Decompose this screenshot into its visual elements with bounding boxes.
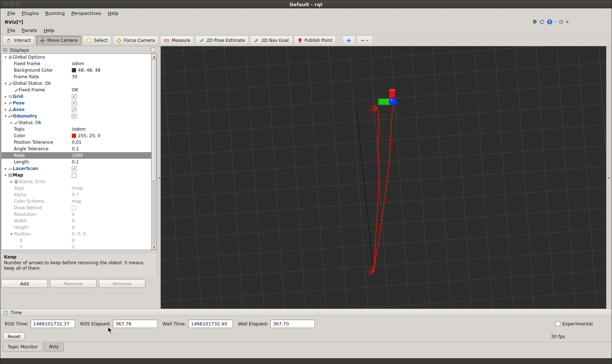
checkbox-checked[interactable]: ✓ xyxy=(72,114,76,119)
tree-row-topic[interactable]: Topic/odom xyxy=(1,126,151,132)
tree-row-laserscan[interactable]: ▸LaserScan✓ xyxy=(1,165,151,172)
tool-move-camera[interactable]: Move Camera xyxy=(36,36,81,45)
panel-float-button[interactable] xyxy=(151,48,156,52)
property-value-text[interactable]: 0; 0; 0 xyxy=(72,232,86,237)
render-view[interactable] xyxy=(161,46,606,309)
menu-panels[interactable]: Panels xyxy=(19,27,40,34)
reload-icon[interactable] xyxy=(539,19,545,25)
tab-rviz[interactable]: RViz xyxy=(44,342,64,352)
property-value-text[interactable]: 0 xyxy=(72,238,75,243)
window-titlebar[interactable]: Default - rqt xyxy=(0,0,612,8)
expand-icon[interactable]: ▸ xyxy=(9,121,14,124)
tree-row-alpha[interactable]: Alpha0,7 xyxy=(1,191,151,198)
tool-2d-nav-goal[interactable]: 2D Nav Goal xyxy=(250,36,292,45)
property-value-text[interactable]: map xyxy=(72,199,82,204)
dock-close-icon[interactable]: × xyxy=(565,19,569,24)
menu-running[interactable]: Running xyxy=(42,9,68,17)
tree-row-y[interactable]: Y0 xyxy=(1,244,151,250)
tree-row-fixed-frame[interactable]: Fixed Frameodom xyxy=(1,60,151,67)
tree-row-global-options[interactable]: ▾Global Options xyxy=(1,54,151,60)
displays-scrollbar[interactable]: ▲ ▼ xyxy=(151,54,157,250)
property-value-text[interactable]: 255; 25; 0 xyxy=(78,133,101,138)
tool-plus[interactable] xyxy=(342,36,355,45)
property-value-text[interactable]: 0,1 xyxy=(72,146,79,151)
property-value-text[interactable]: 30 xyxy=(72,74,77,79)
property-value-text[interactable]: /map xyxy=(72,186,83,191)
property-value-text[interactable]: 0 xyxy=(72,212,75,217)
tree-row-x[interactable]: X0 xyxy=(1,237,151,244)
tree-row-position[interactable]: ▾Position0; 0; 0 xyxy=(1,231,151,237)
time-panel-header[interactable]: Time xyxy=(0,309,612,316)
checkbox-checked[interactable]: ✓ xyxy=(72,166,76,171)
collapse-icon[interactable]: ▾ xyxy=(3,173,8,177)
tree-row-status-ok[interactable]: ▸Status: Ok xyxy=(1,119,151,126)
tree-row-grid[interactable]: ▸Grid✓ xyxy=(1,93,151,100)
expand-icon[interactable]: ▸ xyxy=(9,180,14,183)
menu-perspectives[interactable]: Perspectives xyxy=(68,9,105,17)
expand-icon[interactable]: ▸ xyxy=(3,108,8,111)
tree-row-draw-behind[interactable]: Draw Behind xyxy=(1,205,151,211)
tree-row-height[interactable]: Height0 xyxy=(1,224,151,231)
menu-help[interactable]: Help xyxy=(105,9,122,17)
menu-plugins[interactable]: Plugins xyxy=(19,9,42,17)
tree-row-topic[interactable]: Topic/map xyxy=(1,185,151,191)
tree-row-position-tolerance[interactable]: Position Tolerance0,01 xyxy=(1,139,151,146)
time-field-value[interactable]: 1466101732.37 xyxy=(31,320,75,328)
menu-file[interactable]: File xyxy=(4,27,19,34)
checkbox-unchecked[interactable] xyxy=(72,206,76,210)
time-field-value[interactable]: 1466101732.40 xyxy=(188,320,233,328)
tree-row-fixed-frame[interactable]: Fixed FrameOK xyxy=(1,87,151,93)
time-field-value[interactable]: 367.76 xyxy=(113,320,157,328)
tree-row-resolution[interactable]: Resolution0 xyxy=(1,211,151,218)
property-value-text[interactable]: OK xyxy=(72,87,78,92)
tree-row-global-status-ok[interactable]: ▾Global Status: Ok xyxy=(1,80,151,87)
experimental-checkbox[interactable] xyxy=(556,321,560,326)
property-value-text[interactable]: 0 xyxy=(72,225,75,230)
tree-row-map[interactable]: ▾Map xyxy=(1,172,151,178)
collapse-icon[interactable]: ▾ xyxy=(3,82,8,85)
tool-minus-drop[interactable] xyxy=(357,36,373,45)
tree-row-status-error[interactable]: ▸Status: Error xyxy=(1,178,151,185)
scroll-up-icon[interactable]: ▲ xyxy=(152,54,157,59)
collapse-icon[interactable]: ▾ xyxy=(3,114,8,118)
property-value-text[interactable]: odom xyxy=(72,61,84,66)
tree-row-frame-rate[interactable]: Frame Rate30 xyxy=(1,74,151,80)
checkbox-checked[interactable]: ✓ xyxy=(72,101,76,106)
plugin-debug-button[interactable]: D xyxy=(533,19,537,24)
tool-2d-pose-estimate[interactable]: 2D Pose Estimate xyxy=(195,36,248,45)
displays-panel-header[interactable]: Displays xyxy=(1,46,157,54)
tree-row-length[interactable]: Length0,1 xyxy=(1,159,151,165)
help-icon[interactable]: ? xyxy=(547,19,552,24)
tree-row-axes[interactable]: ▸Axes✓ xyxy=(1,106,151,113)
dock-float-icon[interactable] xyxy=(560,20,563,23)
scrollbar-track[interactable] xyxy=(152,59,157,244)
tree-row-color[interactable]: Color255; 25; 0 xyxy=(1,132,151,139)
tree-row-width[interactable]: Width0 xyxy=(1,218,151,224)
menu-help[interactable]: Help xyxy=(40,27,58,34)
property-value-text[interactable]: 0 xyxy=(72,218,75,223)
add-button[interactable]: Add xyxy=(1,280,48,288)
rviz-plugin-titlebar[interactable]: RViz[*] D ? – × xyxy=(0,18,612,26)
tree-row-background-color[interactable]: Background Color48; 48; 48 xyxy=(1,67,151,74)
scrollbar-thumb[interactable] xyxy=(152,59,157,181)
window-minimize-button[interactable] xyxy=(10,2,14,6)
tree-row-keep[interactable]: Keep1000 xyxy=(1,152,151,159)
property-value-text[interactable]: /odom xyxy=(72,127,86,132)
scroll-down-icon[interactable]: ▼ xyxy=(152,244,157,250)
window-maximize-button[interactable] xyxy=(16,2,20,6)
tab-topic-monitor[interactable]: Topic Monitor xyxy=(3,342,43,352)
tree-row-pose[interactable]: ▸Pose✓ xyxy=(1,100,151,106)
window-close-button[interactable] xyxy=(4,2,8,6)
tool-measure[interactable]: Measure xyxy=(160,36,194,45)
collapsed-views-panel-handle[interactable]: ▸ xyxy=(606,46,612,309)
checkbox-checked[interactable]: ✓ xyxy=(72,94,76,99)
property-value-text[interactable]: 0 xyxy=(72,245,75,250)
time-field-value[interactable]: 367.70 xyxy=(270,320,315,328)
property-value-text[interactable]: 1000 xyxy=(72,153,83,158)
expand-icon[interactable]: ▸ xyxy=(3,101,8,105)
menu-file[interactable]: File xyxy=(4,9,19,17)
checkbox-unchecked[interactable] xyxy=(72,173,76,178)
tree-row-angle-tolerance[interactable]: Angle Tolerance0,1 xyxy=(1,146,151,152)
property-value-text[interactable]: 0,1 xyxy=(72,159,79,165)
property-value-text[interactable]: 0,7 xyxy=(72,192,79,197)
